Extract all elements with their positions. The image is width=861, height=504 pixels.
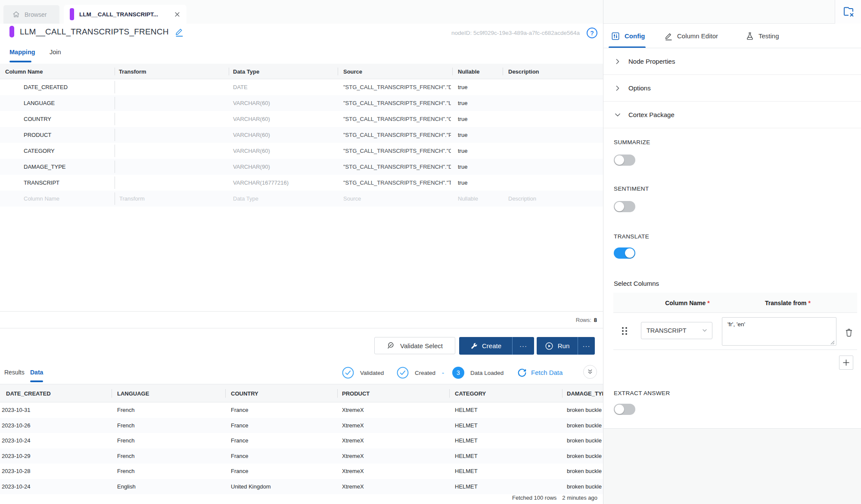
tab-browser[interactable]: Browser — [3, 5, 59, 24]
data-row: 2023-10-24 French France XtremeX HELMET … — [0, 433, 603, 448]
wrench-icon — [470, 342, 478, 350]
mapping-row[interactable]: LANGUAGE VARCHAR(60) "STG_CALL_TRANSCRIP… — [0, 95, 603, 111]
tab-column-editor[interactable]: Column Editor — [664, 24, 718, 48]
run-more-button[interactable]: ··· — [578, 337, 595, 355]
create-button[interactable]: Create — [459, 337, 512, 355]
translate-from-textarea[interactable]: 'fr', 'en' — [722, 317, 836, 346]
fetch-data-link[interactable]: Fetch Data — [531, 369, 563, 376]
transform-cell[interactable] — [115, 129, 229, 141]
column-name-select[interactable]: TRANSCRIPT — [641, 322, 712, 339]
mapping-row[interactable]: TRANSCRIPT VARCHAR(16777216) "STG_CALL_T… — [0, 175, 603, 191]
section-cortex-package[interactable]: Cortex Package — [603, 102, 861, 128]
mapping-row[interactable]: DATE_CREATED DATE "STG_CALL_TRANSCRIPTS_… — [0, 79, 603, 95]
validate-select-button[interactable]: Validate Select — [374, 337, 455, 354]
home-icon — [12, 10, 20, 19]
translate-toggle[interactable] — [614, 247, 635, 259]
required-asterisk: * — [808, 300, 811, 306]
deselect-node-button[interactable] — [835, 0, 861, 24]
status-dash: - — [442, 369, 444, 376]
summarize-label: SUMMARIZE — [614, 139, 650, 145]
select-columns-title: Select Columns — [614, 280, 659, 287]
col-header-data-type: Data Type — [233, 64, 259, 79]
mapping-row[interactable]: PRODUCT VARCHAR(60) "STG_CALL_TRANSCRIPT… — [0, 127, 603, 143]
resize-handle-icon[interactable] — [830, 340, 835, 345]
config-panel: Config Column Editor Testing Node Proper… — [603, 0, 861, 504]
tab-config[interactable]: Config — [611, 24, 645, 48]
panel-top-strip — [603, 0, 861, 24]
node-type-icon — [70, 8, 74, 20]
tab-active-node[interactable]: LLM__CALL_TRANSCRIPT... — [64, 5, 186, 24]
translate-from-header: Translate from — [765, 300, 806, 306]
app-window: Browser LLM__CALL_TRANSCRIPT... LLM__CAL… — [0, 0, 861, 504]
transform-cell[interactable] — [115, 81, 229, 93]
data-row: 2023-10-29 French France XtremeX HELMET … — [0, 448, 603, 464]
dcol-language: LANGUAGE — [117, 384, 149, 403]
section-options[interactable]: Options — [603, 75, 861, 102]
tab-data-underline — [30, 380, 43, 382]
tab-data[interactable]: Data — [30, 369, 43, 376]
tab-testing[interactable]: Testing — [746, 24, 779, 48]
collapse-panel-button[interactable] — [583, 365, 597, 379]
tab-results[interactable]: Results — [4, 369, 25, 376]
summarize-toggle[interactable] — [614, 155, 635, 166]
close-tab-icon[interactable] — [174, 11, 180, 18]
chevron-down-icon — [702, 328, 708, 334]
created-label: Created — [415, 370, 435, 376]
validated-check-icon — [342, 367, 354, 379]
create-more-button[interactable]: ··· — [512, 337, 534, 355]
col-header-description: Description — [508, 64, 539, 79]
tab-testing-label: Testing — [758, 32, 779, 40]
data-row: 2023-10-31 French France XtremeX HELMET … — [0, 402, 603, 418]
tab-join[interactable]: Join — [50, 49, 61, 56]
chevron-right-icon — [614, 58, 621, 65]
mapping-row[interactable]: DAMAGE_TYPE VARCHAR(90) "STG_CALL_TRANSC… — [0, 159, 603, 175]
run-button[interactable]: Run — [537, 337, 578, 355]
tab-browser-label: Browser — [25, 11, 47, 18]
data-row: 2023-10-26 French France XtremeX HELMET … — [0, 418, 603, 433]
sentiment-toggle[interactable] — [614, 201, 635, 212]
transform-cell[interactable] — [115, 145, 229, 157]
flask-icon — [746, 31, 754, 41]
dcol-product: PRODUCT — [342, 384, 370, 403]
fetched-rows-label: Fetched 100 rows — [512, 495, 556, 501]
transform-cell[interactable] — [115, 176, 229, 189]
svg-text:?: ? — [590, 30, 594, 37]
transform-cell[interactable]: Transform — [115, 192, 229, 205]
col-header-source: Source — [343, 64, 362, 79]
trash-icon[interactable] — [845, 328, 853, 337]
extract-answer-toggle[interactable] — [614, 404, 635, 415]
pencil-icon — [664, 31, 673, 41]
tab-mapping[interactable]: Mapping — [9, 49, 35, 56]
run-label: Run — [558, 342, 570, 349]
mapping-row-placeholder[interactable]: Column Name Transform Data Type Source N… — [0, 191, 603, 207]
transform-cell[interactable] — [115, 113, 229, 125]
data-row: 2023-10-28 French France XtremeX HELMET … — [0, 464, 603, 479]
refresh-icon[interactable] — [517, 368, 527, 377]
section-node-properties[interactable]: Node Properties — [603, 48, 861, 75]
validated-label: Validated — [360, 370, 384, 376]
transform-cell[interactable] — [115, 97, 229, 109]
header-right: nodeID: 5c9f029c-19e3-489a-a7fc-c682acde… — [0, 27, 603, 39]
section-cortex-package-label: Cortex Package — [628, 111, 675, 118]
tab-column-editor-label: Column Editor — [677, 32, 718, 40]
dcol-damage-type: DAMAGE_TYP — [567, 384, 606, 403]
fetched-time-label: 2 minutes ago — [562, 495, 597, 501]
mapping-row[interactable]: COUNTRY VARCHAR(60) "STG_CALL_TRANSCRIPT… — [0, 111, 603, 127]
col-header-nullable: Nullable — [458, 64, 480, 79]
help-icon[interactable]: ? — [586, 27, 598, 39]
data-footer: Fetched 100 rows 2 minutes ago — [0, 495, 603, 501]
translate-label: TRANSLATE — [614, 233, 649, 240]
rows-count-bar: Rows: 8 — [0, 311, 603, 328]
data-loaded-label: Data Loaded — [470, 370, 504, 376]
col-header-transform: Transform — [119, 64, 146, 79]
transform-cell[interactable] — [115, 161, 229, 173]
dcol-date-created: DATE_CREATED — [6, 384, 51, 403]
mapping-table-header: Column Name Transform Data Type Source N… — [0, 64, 603, 79]
add-column-button[interactable] — [839, 356, 853, 370]
translate-from-value: 'fr', 'en' — [727, 321, 745, 328]
panel-bottom-area — [603, 429, 861, 504]
drag-handle-icon[interactable] — [620, 326, 629, 336]
rows-count: 8 — [594, 317, 597, 323]
data-table-header: DATE_CREATED LANGUAGE COUNTRY PRODUCT CA… — [0, 384, 603, 402]
mapping-row[interactable]: CATEGORY VARCHAR(60) "STG_CALL_TRANSCRIP… — [0, 143, 603, 159]
